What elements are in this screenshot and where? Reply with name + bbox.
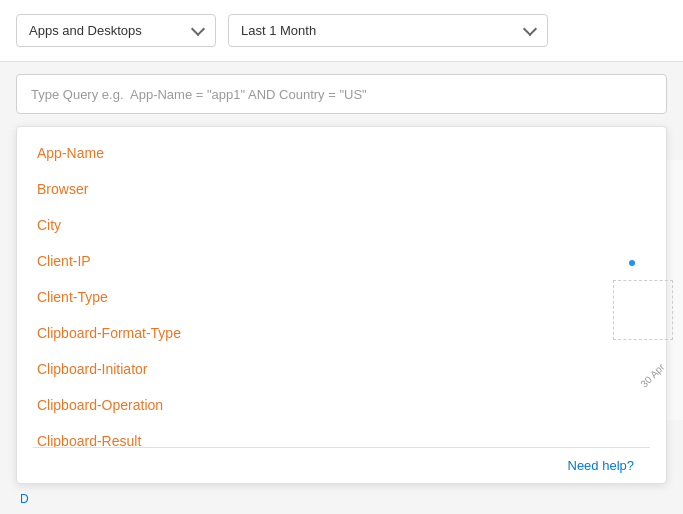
chart-dashed-area bbox=[613, 280, 673, 340]
suggestion-item-clipboard-format-type[interactable]: Clipboard-Format-Type bbox=[17, 315, 666, 351]
suggestion-list: App-NameBrowserCityClient-IPClient-TypeC… bbox=[17, 127, 666, 447]
suggestion-item-clipboard-result[interactable]: Clipboard-Result bbox=[17, 423, 666, 447]
filter-apps-label: Apps and Desktops bbox=[29, 23, 142, 38]
suggestion-dropdown: App-NameBrowserCityClient-IPClient-TypeC… bbox=[16, 126, 667, 484]
help-footer: Need help? bbox=[33, 447, 650, 483]
filter-time-label: Last 1 Month bbox=[241, 23, 316, 38]
top-bar: Apps and Desktops Last 1 Month bbox=[0, 0, 683, 62]
suggestion-item-city[interactable]: City bbox=[17, 207, 666, 243]
chevron-down-icon bbox=[191, 22, 205, 36]
suggestion-item-clipboard-initiator[interactable]: Clipboard-Initiator bbox=[17, 351, 666, 387]
suggestion-item-client-ip[interactable]: Client-IP bbox=[17, 243, 666, 279]
suggestion-item-app-name[interactable]: App-Name bbox=[17, 135, 666, 171]
suggestion-item-client-type[interactable]: Client-Type bbox=[17, 279, 666, 315]
need-help-link[interactable]: Need help? bbox=[568, 458, 635, 473]
filter-apps-dropdown[interactable]: Apps and Desktops bbox=[16, 14, 216, 47]
search-container bbox=[16, 74, 667, 114]
chart-data-point bbox=[629, 260, 635, 266]
filter-time-dropdown[interactable]: Last 1 Month bbox=[228, 14, 548, 47]
bottom-nav-link[interactable]: D bbox=[20, 492, 29, 506]
suggestion-item-browser[interactable]: Browser bbox=[17, 171, 666, 207]
suggestion-item-clipboard-operation[interactable]: Clipboard-Operation bbox=[17, 387, 666, 423]
chevron-down-icon-2 bbox=[523, 22, 537, 36]
query-search-input[interactable] bbox=[31, 87, 652, 102]
